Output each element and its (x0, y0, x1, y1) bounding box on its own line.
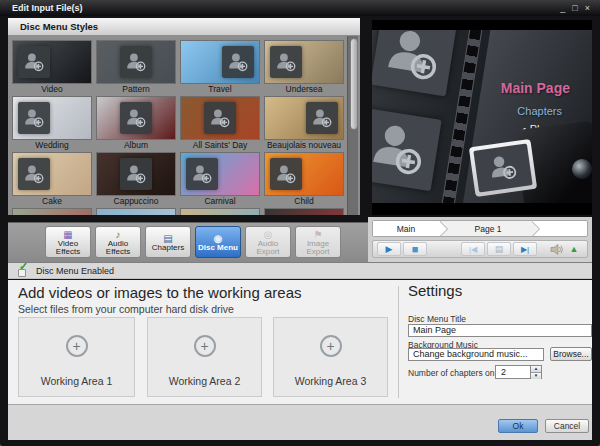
style-item-label: Album (96, 140, 176, 151)
style-item-cappuccino[interactable]: Cappuccino (96, 152, 176, 207)
disc-menu-icon: ◉ (214, 233, 223, 244)
working-area-2[interactable]: +Working Area 2 (147, 317, 262, 397)
dialog-window: Edit Input File(s) _ □ × Disc Menu Style… (0, 0, 600, 446)
add-video-placeholder-icon (23, 50, 45, 75)
previous-icon: |◀ (469, 245, 477, 254)
add-video-placeholder-icon (275, 50, 297, 75)
menu-preview: Main Page Chapters • Play • (372, 20, 592, 215)
volume-icon: ▲ (570, 245, 579, 254)
add-video-placeholder-icon (23, 106, 45, 131)
browse-button[interactable]: Browse... (550, 347, 592, 361)
chapters-per-page-value: 2 (501, 367, 506, 377)
breadcrumb-page-1[interactable]: Page 1 (439, 221, 531, 236)
audio-effects-icon: ♪ (116, 229, 121, 240)
disc-menu-enabled-row: ✓ Disc Menu Enabled (8, 262, 592, 279)
camcorder-graphic (472, 121, 592, 203)
add-video-placeholder-icon (227, 50, 249, 75)
style-item-child[interactable]: Child (264, 152, 344, 207)
tab-audio-effects[interactable]: ♪Audio Effects (95, 226, 141, 258)
add-video-placeholder-icon (191, 162, 213, 187)
style-item-carnival[interactable]: Carnival (180, 152, 260, 207)
chapters-per-page-stepper[interactable]: 2 ▲ ▼ (495, 365, 542, 379)
camcorder-lens (572, 159, 592, 179)
style-item-label: Carnival (180, 196, 260, 207)
video-placeholder-frame[interactable] (372, 30, 457, 96)
ok-button[interactable]: Ok (498, 419, 538, 433)
tab-chapters[interactable]: ▤Chapters (145, 226, 191, 258)
spin-up-icon[interactable]: ▲ (531, 366, 541, 373)
speaker-icon (550, 244, 563, 255)
image-export-icon: ⚑ (314, 229, 323, 240)
play-icon: ▶ (386, 245, 393, 254)
play-button[interactable]: ▶ (377, 242, 401, 256)
next-icon: ▶| (521, 245, 529, 254)
cancel-button[interactable]: Cancel (545, 419, 589, 433)
tab-label: Chapters (152, 244, 184, 252)
style-item-partial[interactable] (180, 208, 260, 215)
tab-label: Video Effects (46, 240, 90, 256)
styles-scrollbar[interactable] (347, 36, 358, 215)
stop-icon: ■ (412, 245, 419, 254)
style-item-travel[interactable]: Travel (180, 40, 260, 95)
style-item-album[interactable]: Album (96, 96, 176, 151)
preview-nav-panel: MainPage 1 ▶ ■ |◀ ▤ ▶| ▲ (368, 217, 592, 262)
style-item-label: Undersea (264, 84, 344, 95)
audio-toggle-button[interactable] (547, 242, 565, 256)
tab-label: Image Export (296, 240, 340, 256)
working-area-label: Working Area 2 (148, 375, 261, 387)
style-item-undersea[interactable]: Undersea (264, 40, 344, 95)
tab-video-effects[interactable]: ▦Video Effects (45, 226, 91, 258)
video-placeholder-frame[interactable] (372, 108, 442, 191)
style-item-partial[interactable] (96, 208, 176, 215)
style-item-cake[interactable]: Cake (12, 152, 92, 207)
tab-audio-export[interactable]: ◎Audio Export (245, 226, 291, 258)
menu-home-button[interactable]: ▤ (487, 242, 511, 256)
breadcrumb-main[interactable]: Main (373, 221, 439, 236)
add-video-placeholder-icon (275, 162, 297, 187)
audio-export-icon: ◎ (264, 229, 273, 240)
dialog-footer: Ok Cancel (8, 404, 592, 440)
disc-menu-enabled-checkbox[interactable]: ✓ (18, 265, 31, 277)
working-area-1[interactable]: +Working Area 1 (18, 317, 135, 397)
style-item-all-saints-day[interactable]: All Saints' Day (180, 96, 260, 151)
settings-heading: Settings (408, 282, 462, 299)
maximize-button[interactable]: □ (572, 3, 577, 13)
style-item-label: Video (12, 84, 92, 95)
background-music-input[interactable]: Change background music... (408, 348, 544, 361)
style-item-pattern[interactable]: Pattern (96, 40, 176, 95)
preview-menu-title: Main Page (501, 80, 570, 96)
tool-tab-bar: ▦Video Effects♪Audio Effects▤Chapters◉Di… (8, 222, 368, 262)
add-video-placeholder-icon (125, 50, 147, 75)
tab-label: Audio Effects (96, 240, 140, 256)
tab-image-export[interactable]: ⚑Image Export (295, 226, 341, 258)
scrollbar-thumb[interactable] (350, 38, 358, 130)
close-button[interactable]: × (585, 3, 590, 13)
preview-chapters-link[interactable]: Chapters (517, 105, 562, 117)
style-item-partial[interactable] (12, 208, 92, 215)
minimize-button[interactable]: _ (560, 3, 565, 13)
video-effects-icon: ▦ (63, 229, 72, 240)
add-video-placeholder-icon (486, 151, 520, 185)
tab-disc-menu[interactable]: ◉Disc Menu (195, 226, 241, 258)
working-area-3[interactable]: +Working Area 3 (273, 317, 388, 397)
add-video-placeholder-icon (372, 117, 432, 183)
tab-label: Audio Export (246, 240, 290, 256)
stop-button[interactable]: ■ (403, 242, 427, 256)
style-item-beaujolais-nouveau[interactable]: Beaujolais nouveau (264, 96, 344, 151)
menu-home-icon: ▤ (495, 245, 504, 254)
spin-down-icon[interactable]: ▼ (531, 373, 541, 379)
style-item-label: Wedding (12, 140, 92, 151)
style-item-partial[interactable] (264, 208, 344, 215)
add-file-icon: + (320, 335, 342, 357)
disc-menu-title-input[interactable]: Main Page (408, 324, 592, 337)
next-page-button[interactable]: ▶| (513, 242, 537, 256)
chapters-icon: ▤ (163, 233, 172, 244)
style-item-wedding[interactable]: Wedding (12, 96, 92, 151)
style-item-label: Beaujolais nouveau (264, 140, 344, 151)
style-item-video[interactable]: Video (12, 40, 92, 95)
volume-button[interactable]: ▲ (567, 242, 581, 256)
window-title: Edit Input File(s) (12, 3, 83, 13)
styles-panel-header: Disc Menu Styles (8, 18, 360, 36)
disc-menu-title-label: Disc Menu Title (408, 314, 466, 324)
previous-page-button[interactable]: |◀ (461, 242, 485, 256)
